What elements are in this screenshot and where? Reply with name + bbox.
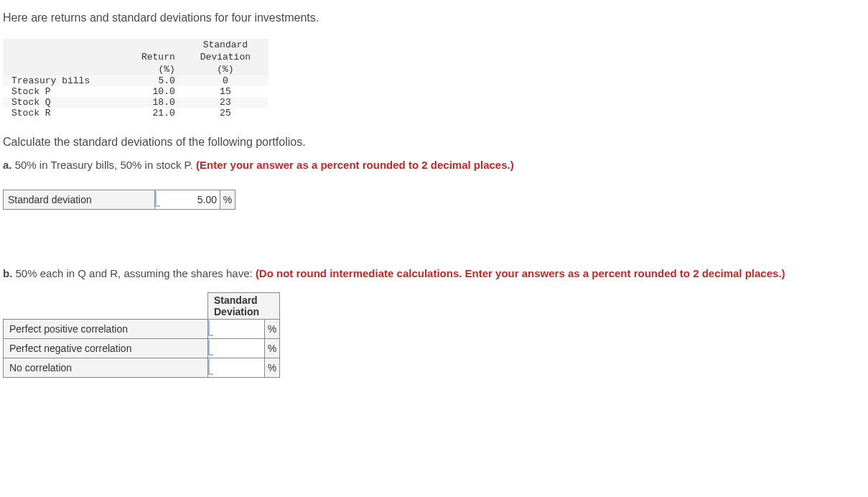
- table-row: Stock R 21.0 25: [3, 108, 269, 119]
- part-a-row-label: Standard deviation: [4, 190, 155, 210]
- table-row: Stock Q 18.0 23: [3, 97, 269, 108]
- row-name: Treasury bills: [3, 75, 111, 86]
- header-sd-3: (%): [182, 63, 269, 75]
- part-b-input-cell: [208, 339, 265, 358]
- part-b-col-header: Standard Deviation: [208, 293, 280, 320]
- part-b-col-header-1: Standard: [214, 294, 258, 306]
- row-return: 18.0: [111, 97, 182, 108]
- table-row: No correlation %: [4, 358, 280, 378]
- input-handle-icon: [208, 359, 213, 375]
- part-b-unit: %: [265, 320, 280, 339]
- part-b-answer-table: Standard Deviation Perfect positive corr…: [3, 292, 280, 378]
- part-b-input-cell: [208, 358, 265, 378]
- row-return: 5.0: [111, 75, 182, 86]
- part-b-row-label: Perfect positive correlation: [4, 320, 208, 339]
- header-sd-2: Deviation: [182, 51, 269, 63]
- part-b-input-2[interactable]: [213, 360, 264, 376]
- part-a-text: 50% in Treasury bills, 50% in stock P.: [12, 159, 197, 171]
- part-a-input[interactable]: [160, 192, 220, 208]
- row-name: Stock R: [3, 108, 111, 119]
- header-sd-1: Standard: [182, 39, 269, 51]
- row-name: Stock P: [3, 86, 111, 97]
- row-sd: 15: [182, 86, 269, 97]
- part-b-unit: %: [265, 358, 280, 378]
- row-return: 21.0: [111, 108, 182, 119]
- intro-text: Here are returns and standard deviations…: [3, 11, 868, 24]
- input-handle-icon: [208, 320, 213, 336]
- part-b-input-0[interactable]: [213, 321, 264, 337]
- part-b-label: b.: [3, 267, 12, 279]
- calc-prompt: Calculate the standard deviations of the…: [3, 136, 868, 149]
- part-a-unit: %: [220, 190, 235, 210]
- part-a-instructions: (Enter your answer as a percent rounded …: [196, 159, 514, 171]
- part-b-text: 50% each in Q and R, assuming the shares…: [12, 267, 256, 279]
- row-sd: 25: [182, 108, 269, 119]
- part-b-unit: %: [265, 339, 280, 358]
- input-handle-icon: [208, 340, 213, 356]
- table-row: Perfect negative correlation %: [4, 339, 280, 358]
- table-row: Treasury bills 5.0 0: [3, 75, 269, 86]
- part-b-input-cell: [208, 320, 265, 339]
- row-return: 10.0: [111, 86, 182, 97]
- table-corner: [3, 39, 111, 75]
- table-row: Perfect positive correlation %: [4, 320, 280, 339]
- part-b-corner: [4, 293, 208, 320]
- header-return-1: Return: [111, 51, 182, 63]
- header-return-blank: [111, 39, 182, 51]
- investments-table: Standard Return Deviation (%) (%) Treasu…: [3, 39, 269, 119]
- part-a-answer-table: Standard deviation %: [3, 190, 235, 210]
- input-handle-icon: [155, 191, 160, 207]
- part-b-input-1[interactable]: [213, 340, 264, 356]
- row-name: Stock Q: [3, 97, 111, 108]
- row-sd: 0: [182, 75, 269, 86]
- header-return-2: (%): [111, 63, 182, 75]
- part-b-col-header-2: Deviation: [214, 306, 259, 317]
- part-b-question: b. 50% each in Q and R, assuming the sha…: [3, 267, 868, 279]
- part-b-row-label: Perfect negative correlation: [4, 339, 208, 358]
- table-row: Stock P 10.0 15: [3, 86, 269, 97]
- part-a-input-cell: [155, 190, 220, 210]
- part-a-label: a.: [3, 159, 12, 171]
- part-b-instructions: (Do not round intermediate calculations.…: [256, 267, 785, 279]
- part-b-row-label: No correlation: [4, 358, 208, 378]
- part-a-question: a. 50% in Treasury bills, 50% in stock P…: [3, 159, 868, 171]
- row-sd: 23: [182, 97, 269, 108]
